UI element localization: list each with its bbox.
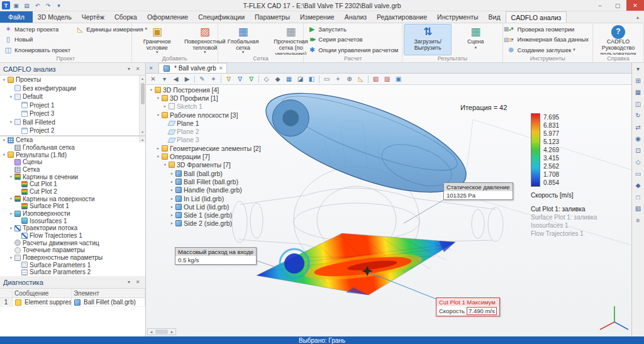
tree-item[interactable]: Сетка [0, 166, 145, 174]
tree-expand-icon[interactable]: ▾ [1, 138, 7, 143]
ribbon-button[interactable]: Проверка геометрии [504, 24, 591, 35]
app-logo-icon[interactable]: T [2, 1, 10, 9]
close-button[interactable]: ✕ [626, 0, 644, 11]
workplane-icon[interactable]: ▭ [321, 74, 332, 84]
wireframe-toggle-icon[interactable]: ◇ [633, 157, 643, 167]
tree-item[interactable]: ▾Картины на поверхности [0, 195, 145, 203]
ribbon-collapse-icon[interactable]: ▴ [631, 11, 644, 23]
viewport-canvas[interactable]: ▾3D Построения [4]▾3D Профили [1]▸Sketch… [146, 85, 631, 336]
magic-select-icon[interactable]: ✶ [208, 74, 219, 84]
tree-item[interactable]: ▾3D Построения [4] [147, 86, 261, 94]
pin-icon[interactable]: ▾ [125, 279, 133, 285]
scene-settings-icon[interactable]: ▧ [370, 74, 381, 84]
scrollbar-thumb[interactable] [141, 83, 145, 104]
plane-toggle-icon[interactable]: ▭ [633, 169, 643, 179]
split-view-icon[interactable]: ◫ [633, 99, 643, 109]
pin-icon[interactable]: ▾ [125, 66, 133, 72]
tree-expand-icon[interactable]: ▾ [8, 174, 14, 179]
tree-expand-icon[interactable]: ▾ [8, 226, 14, 231]
document-tab[interactable]: * Ball valve.grb ✕ [158, 63, 227, 73]
scroll-left-icon[interactable]: ◂ [148, 330, 155, 335]
document-tab-close-icon[interactable]: ✕ [219, 65, 223, 71]
tree-item[interactable]: Surface Plot 1 [0, 203, 145, 210]
tree-item[interactable]: Глобальная сетка [0, 144, 145, 152]
render-options-icon[interactable]: ▨ [382, 74, 392, 84]
redo-icon[interactable]: ↷ [43, 1, 53, 10]
menu-tab[interactable]: CADFLO анализ [506, 11, 567, 23]
tree-item[interactable]: Surface Parameters 1 [0, 261, 145, 269]
tree-expand-icon[interactable]: ▾ [162, 162, 168, 167]
tree-expand-icon[interactable]: ▾ [155, 154, 161, 159]
edit-icon[interactable]: ✎ [197, 74, 208, 84]
ribbon-button[interactable]: Мастер проекта [1, 24, 73, 35]
static-pressure-callout[interactable]: Статическое давление 101325 Pa [443, 182, 513, 200]
save-icon[interactable]: ▣ [11, 1, 21, 10]
menu-tab[interactable]: 3D Модель [33, 11, 77, 23]
history-back-icon[interactable]: ◀ [170, 74, 181, 84]
menu-tab[interactable]: Инструменты [432, 11, 483, 23]
tree-item[interactable]: ▾Сетка [0, 136, 145, 144]
grid-toggle-icon[interactable]: ▦ [633, 87, 643, 97]
tree-expand-icon[interactable]: ▸ [169, 204, 175, 209]
tree-item[interactable]: ▸Out Lid (lid.grb) [147, 203, 261, 211]
measure-icon[interactable]: ◺ [355, 74, 366, 84]
tree-expand-icon[interactable]: ▸ [162, 104, 168, 109]
ribbon-button[interactable]: Создание заглушек▾ [504, 45, 591, 55]
pan-view-icon[interactable]: ⇄ [633, 123, 643, 132]
filter-vertices-icon[interactable]: ∇ [223, 74, 234, 84]
tree-item[interactable]: ▾Траектории потока [0, 225, 145, 232]
tree-item[interactable]: Plane 1 [147, 119, 261, 127]
tree-item[interactable]: ▾Изоповерхности [0, 210, 145, 218]
tree-item[interactable]: Plane 3 [147, 136, 261, 144]
tree-expand-icon[interactable]: ▾ [155, 96, 161, 101]
tree-item[interactable]: ▾Картины в сечении [0, 173, 145, 180]
mass-flow-callout[interactable]: Массовый расход на входе 0.5 kg/s [175, 247, 257, 265]
tree-item[interactable]: Cut Plot 1 [0, 180, 145, 188]
menu-tab[interactable]: Вид [484, 11, 506, 23]
section-view-icon[interactable]: ◪ [295, 74, 306, 84]
tree-item[interactable]: ▸Ball (ball.grb) [147, 169, 261, 177]
tree-expand-icon[interactable]: ▾ [8, 255, 14, 260]
tree-expand-icon[interactable]: ▾ [8, 94, 14, 99]
tree-item[interactable]: ▸Side 1 (side.grb) [147, 211, 261, 219]
camera-icon[interactable]: ▣ [393, 74, 404, 84]
tree-expand-icon[interactable]: ▾ [148, 87, 154, 92]
tree-item[interactable]: ▾Рабочие плоскости [3] [147, 111, 261, 119]
ribbon-button[interactable]: Инженерная база данных [504, 35, 591, 45]
ribbon-button[interactable]: Загрузить/Выгрузить [404, 24, 452, 55]
menu-tab[interactable]: Измерение [295, 11, 340, 23]
tree-item[interactable]: ▸Геометрические элементы [2] [147, 144, 261, 152]
diagnostics-row[interactable]: 1Element suppressedBall Fillet (ball.grb… [0, 298, 145, 307]
zoom-window-icon[interactable]: ◉ [633, 134, 643, 143]
tree-item[interactable]: Сцены [0, 158, 145, 166]
tree-expand-icon[interactable]: ▸ [155, 146, 161, 151]
tree-item[interactable]: ▾Default [0, 92, 145, 101]
menu-tab[interactable]: Сборка [109, 11, 142, 23]
scroll-up-icon[interactable]: ▲ [139, 136, 145, 143]
panel-collapse-icon[interactable]: ▾ [633, 64, 643, 74]
tree-expand-icon[interactable]: ▾ [8, 119, 14, 125]
open-icon[interactable]: ▤ [22, 1, 31, 10]
mesh-display-icon[interactable]: ▦ [284, 74, 294, 84]
target-icon[interactable]: ⊕ [344, 74, 355, 84]
tree-expand-icon[interactable]: ▸ [169, 187, 175, 192]
ribbon-button[interactable]: CADFLO Руководство пользователя [594, 24, 642, 55]
tree-item[interactable]: Точечные параметры [0, 247, 145, 254]
tree-item[interactable]: ▸In Lid (lid.grb) [147, 194, 261, 203]
tree-expand-icon[interactable]: ▸ [169, 171, 175, 176]
tree-item[interactable]: Project 1 [0, 101, 145, 110]
menu-tab[interactable]: Чертёж [77, 11, 109, 23]
tree-item[interactable]: ▾Ball Filleted [0, 118, 145, 127]
tree-expand-icon[interactable]: ▸ [169, 196, 175, 201]
rotate-view-icon[interactable]: ↻ [633, 111, 643, 120]
tree-expand-icon[interactable]: ▾ [8, 211, 14, 216]
ribbon-button[interactable]: Граничное условие▾ [133, 24, 181, 55]
vertical-scrollbar[interactable]: ▲ ▼ [139, 75, 145, 135]
tree-item[interactable]: ▾3D Фрагменты [7] [147, 161, 261, 169]
box-zoom-icon[interactable]: □ [633, 192, 643, 202]
tree-item[interactable]: ▸Side 2 (side.grb) [147, 219, 261, 228]
minimize-button[interactable]: – [591, 0, 609, 11]
full-screen-icon[interactable]: ⊞ [633, 76, 643, 86]
close-panel-icon[interactable]: ✕ [133, 66, 142, 72]
options-icon[interactable]: ≡ [633, 216, 643, 225]
